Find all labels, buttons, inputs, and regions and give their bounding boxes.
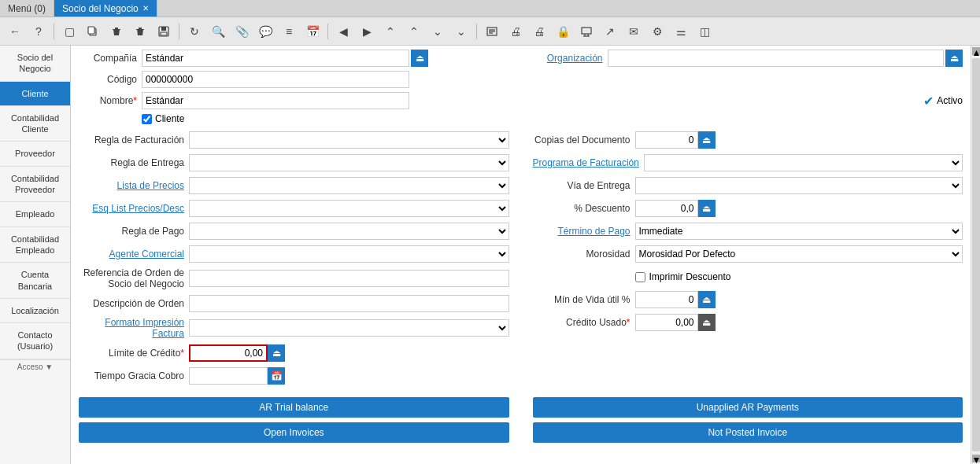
- regla-facturacion-select[interactable]: [189, 131, 509, 149]
- unapplied-ar-button[interactable]: Unapplied AR Payments: [533, 397, 963, 418]
- min-vida-util-group: Mín de Vida útil % ⏏: [533, 290, 963, 309]
- copias-doc-input[interactable]: [635, 131, 698, 149]
- compania-input[interactable]: [142, 50, 409, 67]
- delete2-button[interactable]: [129, 20, 151, 42]
- activo-label: Activo: [937, 95, 963, 106]
- new-button[interactable]: ▢: [58, 20, 80, 42]
- mail-button[interactable]: ✉: [623, 20, 645, 42]
- next2-button[interactable]: ⌄: [427, 20, 449, 42]
- regla-entrega-select[interactable]: [189, 154, 509, 171]
- compania-btn[interactable]: ⏏: [411, 50, 428, 67]
- not-posted-invoice-button[interactable]: Not Posted Invoice: [533, 422, 963, 443]
- sidebar-item-contabilidad-cliente[interactable]: Contabilidad Cliente: [0, 106, 70, 142]
- min-vida-util-input[interactable]: [635, 291, 698, 308]
- history-button[interactable]: ≡: [278, 20, 300, 42]
- prev-button[interactable]: ◀: [332, 20, 354, 42]
- tiempo-gracia-btn[interactable]: 📅: [268, 367, 285, 385]
- credito-usado-input[interactable]: [635, 314, 698, 331]
- refresh-button[interactable]: ↻: [183, 20, 205, 42]
- nombre-input[interactable]: [142, 92, 409, 109]
- credito-usado-btn[interactable]: ⏏: [698, 314, 716, 331]
- activo-check-icon: ✔: [923, 94, 934, 109]
- tab-close-icon[interactable]: ✕: [142, 4, 149, 13]
- back-nav-button[interactable]: ←: [4, 20, 26, 42]
- limite-credito-input[interactable]: [189, 344, 268, 362]
- report-button[interactable]: [481, 20, 503, 42]
- esq-list-label[interactable]: Esq List Precios/Desc: [79, 203, 189, 214]
- referencia-orden-input[interactable]: [189, 270, 509, 287]
- settings-button[interactable]: ⚙: [646, 20, 668, 42]
- esq-list-select[interactable]: [189, 200, 509, 217]
- organizacion-btn[interactable]: ⏏: [945, 50, 963, 67]
- desc-orden-input[interactable]: [189, 295, 509, 312]
- programa-facturacion-label[interactable]: Programa de Facturación: [533, 157, 644, 168]
- calendar-button[interactable]: 📅: [301, 20, 324, 42]
- copias-doc-btn[interactable]: ⏏: [698, 131, 716, 149]
- organizacion-label[interactable]: Organización: [529, 53, 608, 64]
- via-entrega-select[interactable]: [635, 177, 963, 194]
- sidebar-scroll-down[interactable]: Acceso ▼: [0, 359, 70, 374]
- delete1-button[interactable]: [105, 20, 128, 42]
- last-button[interactable]: ⌄: [450, 20, 472, 42]
- via-entrega-label: Vía de Entrega: [533, 180, 635, 191]
- cliente-checkbox[interactable]: [142, 114, 152, 124]
- sidebar-item-empleado[interactable]: Empleado: [0, 202, 70, 226]
- regla-pago-select[interactable]: [189, 223, 509, 240]
- sidebar-item-socio-negocio[interactable]: Socio del Negocio: [0, 46, 70, 82]
- tiempo-gracia-group: Tiempo Gracia Cobro 📅: [79, 366, 509, 385]
- export-button[interactable]: ↗: [599, 20, 621, 42]
- descuento-input[interactable]: [635, 200, 698, 217]
- svg-rect-4: [161, 32, 167, 35]
- sidebar-item-cuenta-bancaria[interactable]: Cuenta Bancaria: [0, 263, 70, 299]
- termino-pago-label[interactable]: Término de Pago: [533, 226, 635, 237]
- termino-pago-select[interactable]: Immediate: [635, 223, 963, 240]
- copy-button[interactable]: [82, 20, 104, 42]
- lista-precios-label[interactable]: Lista de Precios: [79, 180, 189, 191]
- agente-comercial-select[interactable]: [189, 245, 509, 263]
- scrollbar[interactable]: ▲ ▼: [971, 46, 980, 464]
- sidebar-item-cliente[interactable]: Cliente: [0, 82, 70, 106]
- open-invoices-button[interactable]: Open Invoices: [79, 422, 509, 443]
- termino-pago-group: Término de Pago Immediate: [533, 222, 963, 241]
- sidebar-item-localizacion[interactable]: Localización: [0, 299, 70, 323]
- organizacion-input[interactable]: [608, 50, 945, 67]
- list-button[interactable]: ⚌: [670, 20, 692, 42]
- scroll-up[interactable]: ▲: [972, 47, 980, 55]
- grid-button[interactable]: ◫: [693, 20, 716, 42]
- next-button[interactable]: ▶: [356, 20, 378, 42]
- formato-impresion-select[interactable]: [189, 319, 509, 337]
- programa-facturacion-select[interactable]: [644, 154, 963, 171]
- screen-button[interactable]: [575, 20, 597, 42]
- print1-button[interactable]: 🖨: [505, 20, 527, 42]
- print2-button[interactable]: 🖨: [528, 20, 550, 42]
- chat-button[interactable]: 💬: [254, 20, 276, 42]
- agente-comercial-label[interactable]: Agente Comercial: [79, 249, 189, 260]
- morosidad-select[interactable]: Morosidad Por Defecto: [635, 245, 963, 263]
- attach-button[interactable]: 📎: [231, 20, 253, 42]
- sidebar-item-contabilidad-proveedor[interactable]: Contabilidad Proveedor: [0, 167, 70, 203]
- tiempo-gracia-input[interactable]: [189, 367, 268, 385]
- content-area: Compañía ⏏ Organización ⏏ Código Nombre*…: [71, 46, 971, 464]
- prev2-button[interactable]: ⌃: [403, 20, 425, 42]
- sidebar-item-contabilidad-empleado[interactable]: Contabilidad Empleado: [0, 227, 70, 263]
- formato-impresion-label[interactable]: Formato ImpresiónFactura: [79, 317, 189, 340]
- codigo-input[interactable]: [142, 71, 409, 88]
- lista-precios-group: Lista de Precios: [79, 176, 509, 195]
- scroll-thumb[interactable]: [972, 58, 980, 451]
- lista-precios-select[interactable]: [189, 177, 509, 194]
- min-vida-util-btn[interactable]: ⏏: [698, 291, 716, 308]
- ar-trial-button[interactable]: AR Trial balance: [79, 397, 509, 418]
- help-button[interactable]: ?: [28, 20, 50, 42]
- lock-button[interactable]: 🔒: [552, 20, 574, 42]
- tab-menu[interactable]: Menú (0): [0, 0, 54, 17]
- save-button[interactable]: [153, 20, 175, 42]
- imprimir-descuento-checkbox[interactable]: [635, 272, 645, 282]
- limite-credito-btn[interactable]: ⏏: [268, 344, 285, 362]
- tab-socio[interactable]: Socio del Negocio ✕: [54, 0, 157, 17]
- sidebar-item-contacto[interactable]: Contacto (Usuario): [0, 323, 70, 359]
- first-button[interactable]: ⌃: [379, 20, 401, 42]
- descuento-btn[interactable]: ⏏: [698, 200, 716, 217]
- search-button[interactable]: 🔍: [207, 20, 229, 42]
- sidebar-item-proveedor[interactable]: Proveedor: [0, 142, 70, 166]
- scroll-down[interactable]: ▼: [972, 455, 980, 462]
